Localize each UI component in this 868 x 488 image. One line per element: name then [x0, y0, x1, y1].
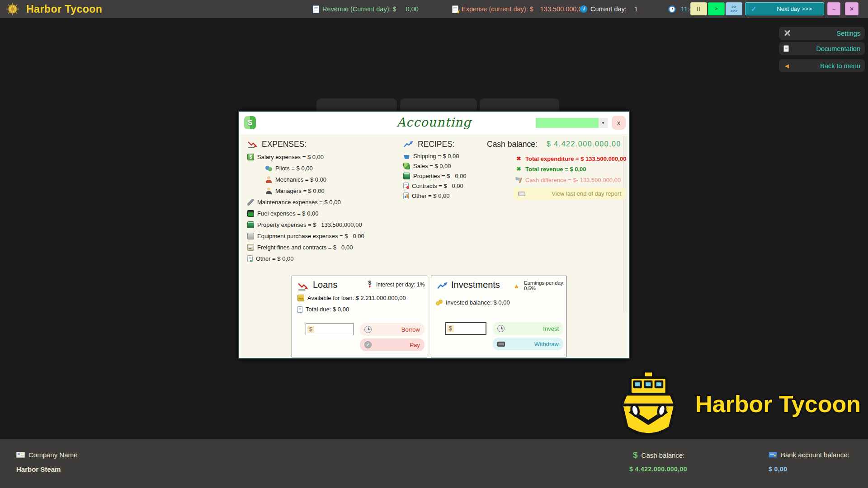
list-item: Property expenses = $ 133.500.000,00	[247, 219, 364, 230]
document-icon	[783, 45, 789, 52]
gold-arrow-up-icon: ▲	[514, 282, 519, 289]
background-tab[interactable]	[316, 99, 397, 111]
company-name-value: Harbor Steam	[16, 465, 61, 473]
revenue-value: 0,00	[406, 5, 419, 13]
revenue-indicator: Revenue (Current day): $ 0,00	[313, 0, 419, 18]
sales-icon	[403, 163, 410, 169]
total-revenue: Total revenue = $ 0,00	[515, 166, 586, 173]
current-day-value: 1	[634, 5, 638, 13]
trend-down-icon	[297, 282, 309, 292]
loans-panel: Loans $▼ Interest per day: 1% Available …	[292, 276, 427, 357]
list-item: Mechanics = $ 0,00	[247, 174, 364, 185]
pay-button[interactable]: Pay	[360, 338, 425, 351]
play-button[interactable]: >	[708, 2, 725, 15]
earnings-per-day: ▲ Earnings per day: 0.5%	[514, 280, 566, 291]
settings-button[interactable]: Settings	[779, 27, 865, 40]
coins-icon	[436, 299, 443, 306]
money-icon	[247, 154, 254, 160]
equipment-icon	[247, 233, 254, 239]
invested-balance: Invested balance: $ 0,00	[436, 299, 510, 306]
total-expenditure: Total expenditure = $ 133.500.000,00	[515, 155, 626, 162]
list-item: Pilots = $ 0,00	[247, 163, 364, 174]
tools-icon	[783, 29, 791, 37]
trend-down-icon	[247, 141, 258, 148]
check-icon: ✓	[751, 5, 757, 13]
bank-balance-row: Bank account balance:	[769, 451, 849, 459]
cash-balance-label: Cash balance:	[642, 451, 685, 459]
loans-title: Loans	[313, 280, 338, 290]
investment-amount-input[interactable]: $	[445, 322, 486, 335]
list-item: Freight fines and contracts = $ 0,00	[247, 242, 364, 253]
list-item: Salary expenses = $ 0,00	[247, 151, 364, 163]
bank-balance-label: Bank account balance:	[781, 451, 849, 459]
wallet-icon	[297, 295, 304, 301]
cash-balance-row: $ Cash balance:	[633, 450, 684, 460]
view-report-button[interactable]: View last end of day report	[514, 188, 626, 200]
list-item: Other = $ 0,00	[403, 191, 466, 201]
dialog-scrollbar[interactable]	[623, 136, 627, 312]
bank-balance-value: $ 0,00	[769, 465, 787, 473]
revenue-label: Revenue (Current day): $	[322, 5, 396, 13]
top-bar: Harbor Tycoon Revenue (Current day): $ 0…	[0, 0, 868, 18]
borrow-button[interactable]: Borrow	[360, 323, 425, 336]
minimize-button[interactable]: –	[827, 2, 840, 15]
background-tab[interactable]	[400, 99, 477, 111]
wrench-icon	[247, 199, 254, 206]
list-item: Sales = $ 0,00	[403, 161, 466, 171]
back-to-menu-button[interactable]: ◄ Back to menu	[779, 59, 865, 72]
chartdoc-icon	[403, 192, 409, 199]
cash-balance-label: Cash balance:	[487, 140, 538, 149]
ship-icon	[403, 153, 410, 160]
x-red-icon	[515, 155, 522, 162]
recipes-list: Shipping = $ 0,00Sales = $ 0,00Propertie…	[403, 151, 466, 201]
arrow-left-icon: ◄	[783, 62, 790, 70]
expense-doc-icon	[452, 5, 458, 13]
dialog-close-button[interactable]: x	[612, 116, 626, 130]
clock-small-icon	[364, 326, 372, 333]
company-name-row: Company Name	[16, 451, 77, 459]
expenses-header: EXPENSES:	[247, 140, 307, 149]
list-item: Contracts = $ 0,00	[403, 181, 466, 191]
withdraw-button[interactable]: Withdraw	[493, 338, 563, 350]
header-dropdown[interactable]: ▼	[599, 118, 608, 128]
info-icon[interactable]	[580, 0, 587, 18]
crane-icon	[403, 173, 410, 179]
company-name-label: Company Name	[28, 451, 77, 459]
card-icon	[247, 244, 254, 251]
clock-icon	[668, 0, 676, 18]
banknote-icon	[518, 192, 525, 196]
total-due: Total due: $ 0,00	[297, 306, 349, 313]
trend-up-icon	[437, 282, 448, 292]
documentation-button[interactable]: Documentation	[779, 42, 865, 55]
list-item: Other = $ 0,00	[247, 253, 364, 264]
cash-difference: Cash difference = $- 133.500.000,00	[515, 177, 621, 183]
pause-button[interactable]: II	[690, 2, 707, 15]
expenses-list: Salary expenses = $ 0,00Pilots = $ 0,00M…	[247, 151, 364, 264]
list-item: Equipment purchase expenses = $ 0,00	[247, 230, 364, 242]
clock-small-icon	[497, 325, 505, 332]
list-item: Properties = $ 0,00	[403, 171, 466, 181]
fast-forward-button[interactable]: >>>>>	[726, 2, 742, 15]
background-tab[interactable]	[480, 99, 559, 111]
investments-title: Investments	[451, 280, 500, 290]
loan-amount-input[interactable]: $	[306, 324, 354, 335]
dialog-header: $ Accounting ▼ x	[239, 112, 629, 134]
banknote-icon	[497, 342, 505, 347]
cash-balance-value: $ 4.422.000.000,00	[629, 465, 687, 473]
dollar-down-icon: $▼	[368, 280, 372, 289]
close-window-button[interactable]: ✕	[845, 2, 859, 15]
axe-icon	[515, 177, 522, 183]
trend-up-icon	[403, 141, 414, 148]
doc-icon	[247, 255, 253, 262]
cash-balance-value: $ 4.422.000.000,00	[547, 140, 621, 148]
investments-panel: Investments ▲ Earnings per day: 0.5% Inv…	[431, 276, 566, 357]
next-day-button[interactable]: ✓ Next day >>>	[745, 2, 824, 15]
accounting-dialog: $ Accounting ▼ x EXPENSES: Salary expens…	[238, 111, 630, 359]
list-item: Shipping = $ 0,00	[403, 151, 466, 161]
invest-button[interactable]: Invest	[493, 322, 563, 335]
revenue-doc-icon	[313, 5, 319, 13]
ship-wheel-icon	[6, 2, 19, 18]
app-title: Harbor Tycoon	[26, 0, 102, 18]
recipes-header: RECIPES:	[403, 140, 455, 149]
mechanic-icon	[265, 176, 272, 183]
